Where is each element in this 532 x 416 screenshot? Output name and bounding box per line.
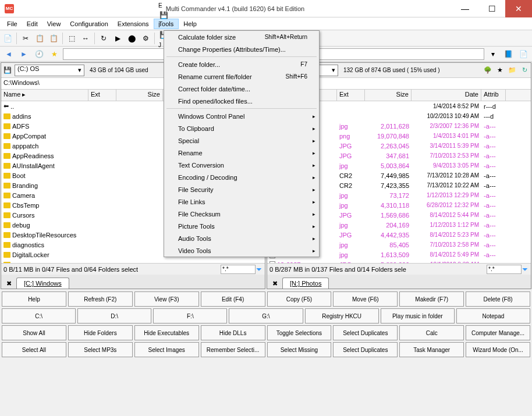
cmd-button[interactable]: Select Duplicates: [333, 325, 398, 340]
favorites-icon[interactable]: ★: [48, 48, 61, 61]
menu-item[interactable]: Windows Control Panel: [164, 110, 319, 122]
drive-E-icon[interactable]: 💾: [157, 0, 170, 2]
cmd-button[interactable]: Task Manager: [399, 342, 464, 357]
col-size[interactable]: Size: [116, 90, 163, 101]
menu-item[interactable]: Correct folder date/time...: [164, 83, 319, 95]
menu-item[interactable]: Change Properties (Attributes/Time)...: [164, 43, 319, 55]
cmd-button[interactable]: Hide DLLs: [201, 325, 265, 340]
expand-icon[interactable]: ↔: [79, 32, 92, 45]
menu-item[interactable]: Calculate folder sizeShift+Alt+Return: [164, 31, 319, 43]
menu-file[interactable]: File: [2, 19, 22, 29]
paste-icon[interactable]: 📋: [47, 32, 60, 45]
funnel-icon[interactable]: ⏷: [522, 265, 529, 273]
col-ext[interactable]: Ext: [337, 90, 365, 101]
col-attr[interactable]: Attrib: [481, 90, 506, 101]
cmd-button[interactable]: D:\: [77, 308, 151, 323]
menu-item[interactable]: Video Tools: [164, 244, 319, 257]
cmd-button[interactable]: Select All: [2, 342, 66, 357]
menu-item[interactable]: Encoding / Decoding: [164, 171, 319, 183]
right-tab[interactable]: [N:] Photos: [282, 278, 329, 289]
menu-item[interactable]: Audio Tools: [164, 232, 319, 244]
cut-icon[interactable]: ✂: [19, 32, 32, 45]
close-tab-icon[interactable]: ✖: [3, 278, 14, 289]
menu-item[interactable]: Find opened/locked files...: [164, 95, 319, 107]
col-date[interactable]: Date: [412, 90, 481, 101]
menu-item[interactable]: Special: [164, 134, 319, 147]
action-icon[interactable]: ▶: [111, 32, 124, 45]
cmd-button[interactable]: View (F3): [134, 291, 199, 307]
cmd-button[interactable]: G:\: [229, 308, 303, 323]
settings-icon[interactable]: ⚙: [139, 32, 152, 45]
refresh-icon[interactable]: ↻: [97, 32, 110, 45]
col-size[interactable]: Size: [365, 90, 412, 101]
cmd-button[interactable]: Copy (F5): [267, 291, 332, 307]
cmd-button[interactable]: Refresh (F2): [68, 291, 133, 307]
select-icon[interactable]: ⬚: [65, 32, 78, 45]
cmd-button[interactable]: C:\: [2, 308, 76, 323]
stop-icon[interactable]: ⬤: [125, 32, 138, 45]
menu-edit[interactable]: Edit: [22, 19, 42, 29]
cmd-button[interactable]: Hide Executables: [134, 325, 199, 340]
menu-help[interactable]: Help: [179, 19, 201, 29]
cmd-button[interactable]: Play music in folder: [381, 308, 455, 323]
maximize-button[interactable]: ☐: [478, 0, 505, 17]
file-icon: [269, 261, 275, 264]
drive-I-icon[interactable]: 💾: [157, 9, 170, 22]
menu-item[interactable]: File Links: [164, 195, 319, 208]
cmd-button[interactable]: Hide Folders: [68, 325, 133, 340]
left-filter-input[interactable]: [221, 265, 256, 274]
cmd-button[interactable]: Delete (F8): [466, 291, 530, 307]
history-icon[interactable]: 🕘: [33, 48, 45, 61]
left-tab[interactable]: [C:] Windows: [16, 278, 69, 289]
file-row[interactable]: en: [1, 259, 265, 263]
cmd-button[interactable]: Select Duplicates: [333, 342, 398, 357]
new-icon[interactable]: 📄: [1, 32, 14, 45]
menu-item[interactable]: Create folder...F7: [164, 58, 319, 70]
cmd-button[interactable]: Show All: [2, 325, 66, 340]
menu-item[interactable]: Text Conversion: [164, 159, 319, 171]
copy-icon[interactable]: 📋: [33, 32, 46, 45]
close-button[interactable]: ✕: [505, 0, 532, 17]
minimize-button[interactable]: —: [452, 0, 478, 17]
cmd-button[interactable]: Calc: [399, 325, 464, 340]
menu-item[interactable]: File Checksum: [164, 208, 319, 220]
cmd-button[interactable]: Help: [2, 291, 66, 307]
tool2-icon[interactable]: 📄: [517, 48, 530, 61]
cmd-button[interactable]: Notepad: [456, 308, 530, 323]
cmd-button[interactable]: Computer Manage...: [466, 325, 530, 340]
cmd-button[interactable]: Wizard Mode (On...: [466, 342, 530, 357]
menu-configuration[interactable]: Configuration: [65, 19, 112, 29]
cmd-button[interactable]: Remember Selecti...: [201, 342, 265, 357]
menu-item[interactable]: File Security: [164, 183, 319, 195]
cmd-button[interactable]: Edit (F4): [201, 291, 265, 307]
refresh-panel-icon[interactable]: ↻: [519, 65, 530, 76]
cmd-button[interactable]: F:\: [153, 308, 227, 323]
menu-item[interactable]: Rename: [164, 147, 319, 159]
cmd-button[interactable]: Select Missing: [267, 342, 332, 357]
menu-item[interactable]: Picture Tools: [164, 220, 319, 232]
funnel-icon[interactable]: ⏷: [256, 265, 263, 273]
go-dropdown-icon[interactable]: ▾: [487, 48, 499, 61]
menu-extensions[interactable]: Extensions: [113, 19, 154, 29]
cmd-button[interactable]: Makedir (F7): [399, 291, 464, 307]
close-tab-icon[interactable]: ✖: [269, 278, 280, 289]
cmd-button[interactable]: Select Images: [134, 342, 199, 357]
cmd-button[interactable]: Registry HKCU: [305, 308, 379, 323]
back-icon[interactable]: ◄: [2, 48, 15, 61]
file-row[interactable]: 12-0927JPG5,889,26610/1/2012 8:32 AM-a--…: [267, 259, 531, 263]
forward-icon[interactable]: ►: [17, 48, 30, 61]
left-drive-select[interactable]: (C:) OS: [15, 65, 84, 76]
star-icon[interactable]: ★: [495, 65, 505, 76]
folder-icon[interactable]: 📁: [507, 65, 517, 76]
cmd-button[interactable]: Toggle Selections: [267, 325, 332, 340]
cmd-button[interactable]: Move (F6): [333, 291, 398, 307]
col-name[interactable]: Name ▸: [1, 90, 88, 101]
tree-icon[interactable]: 🌳: [483, 65, 493, 76]
tool1-icon[interactable]: 📘: [502, 48, 515, 61]
menu-item[interactable]: To Clipboard: [164, 122, 319, 134]
menu-view[interactable]: View: [42, 19, 66, 29]
menu-item[interactable]: Rename current file/folderShift+F6: [164, 70, 319, 83]
col-ext[interactable]: Ext: [88, 90, 116, 101]
cmd-button[interactable]: Select MP3s: [68, 342, 133, 357]
right-filter-input[interactable]: [487, 265, 522, 274]
